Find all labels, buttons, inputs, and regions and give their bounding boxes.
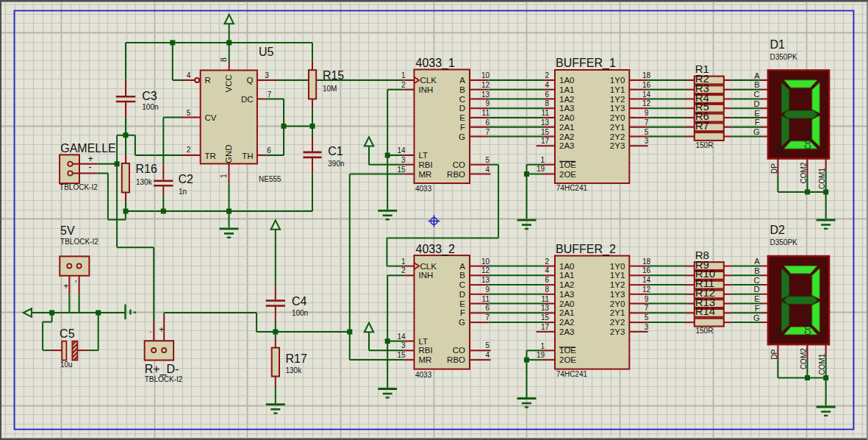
svg-text:11: 11	[542, 295, 550, 303]
svg-text:RBO: RBO	[447, 170, 465, 179]
svg-text:B: B	[459, 271, 465, 280]
svg-text:15: 15	[397, 351, 406, 359]
svg-text:7: 7	[645, 118, 649, 127]
svg-text:DP: DP	[770, 349, 778, 359]
svg-text:NE555: NE555	[259, 175, 281, 183]
svg-text:3: 3	[645, 137, 649, 145]
svg-text:C1: C1	[328, 145, 343, 157]
svg-text:BUFFER_1: BUFFER_1	[556, 57, 616, 70]
svg-text:9: 9	[645, 109, 649, 117]
svg-text:4033_1: 4033_1	[416, 57, 455, 70]
svg-text:16: 16	[642, 81, 651, 89]
svg-text:5: 5	[485, 341, 489, 349]
svg-text:RBI: RBI	[419, 160, 433, 169]
svg-text:13: 13	[481, 91, 490, 99]
svg-text:18: 18	[642, 71, 651, 79]
svg-text:10: 10	[481, 71, 490, 79]
svg-text:8: 8	[219, 57, 228, 62]
svg-text:INH: INH	[419, 271, 434, 280]
svg-text:3: 3	[401, 341, 406, 349]
svg-text:12: 12	[481, 266, 490, 274]
svg-text:G: G	[753, 127, 760, 136]
svg-text:4: 4	[485, 351, 489, 359]
svg-text:14: 14	[397, 146, 406, 155]
svg-text:RBI: RBI	[419, 346, 433, 355]
svg-text:COM2: COM2	[804, 128, 812, 149]
svg-text:2Y3: 2Y3	[610, 327, 625, 336]
svg-text:7: 7	[268, 91, 272, 99]
svg-text:R16: R16	[136, 163, 157, 175]
svg-text:5: 5	[187, 109, 191, 117]
svg-text:E: E	[459, 299, 465, 308]
svg-text:TBLOCK-I2: TBLOCK-I2	[60, 238, 98, 246]
svg-text:6: 6	[545, 91, 549, 99]
svg-text:2A1: 2A1	[559, 308, 574, 317]
svg-text:F: F	[460, 308, 465, 317]
svg-text:14: 14	[642, 91, 651, 99]
svg-text:150R: 150R	[696, 327, 714, 335]
svg-text:7: 7	[485, 128, 489, 136]
svg-text:2Y3: 2Y3	[610, 141, 625, 150]
svg-text:DP: DP	[770, 163, 778, 174]
svg-text:1A1: 1A1	[559, 85, 574, 94]
svg-text:D: D	[459, 104, 465, 113]
svg-text:1Y2: 1Y2	[610, 95, 625, 104]
svg-text:2: 2	[401, 266, 406, 274]
svg-text:A: A	[754, 71, 760, 80]
svg-text:F: F	[460, 123, 465, 132]
svg-text:G: G	[753, 313, 760, 322]
svg-text:9: 9	[485, 285, 489, 294]
svg-text:+: +	[159, 324, 164, 335]
svg-text:2: 2	[545, 71, 549, 79]
svg-text:4033_2: 4033_2	[416, 243, 455, 256]
svg-text:7: 7	[645, 304, 649, 312]
svg-text:TBLOCK-I2: TBLOCK-I2	[145, 375, 183, 383]
svg-text:3: 3	[645, 323, 649, 331]
svg-text:GND: GND	[224, 144, 233, 163]
svg-text:14: 14	[642, 276, 651, 284]
svg-text:12: 12	[642, 99, 651, 107]
svg-text:2A2: 2A2	[559, 318, 574, 327]
svg-text:CO: CO	[453, 160, 465, 169]
svg-text:C5: C5	[60, 327, 75, 340]
svg-text:LT: LT	[419, 151, 428, 160]
svg-text:TBLOCK-I2: TBLOCK-I2	[60, 183, 98, 191]
svg-text:2A1: 2A1	[559, 123, 574, 132]
svg-text:TH: TH	[242, 152, 253, 160]
svg-text:2OE: 2OE	[559, 355, 576, 364]
svg-text:D: D	[754, 285, 760, 294]
svg-text:11: 11	[542, 109, 550, 117]
svg-text:CLK: CLK	[420, 262, 437, 271]
svg-text:4: 4	[545, 81, 549, 89]
svg-text:R15: R15	[323, 69, 344, 82]
svg-text:4: 4	[485, 166, 489, 174]
svg-text:4033: 4033	[415, 371, 432, 379]
svg-text:1Y0: 1Y0	[610, 76, 625, 85]
svg-text:1Y3: 1Y3	[610, 290, 625, 299]
svg-text:RBO: RBO	[447, 355, 465, 364]
svg-text:3: 3	[265, 71, 269, 79]
svg-text:DP: DP	[775, 328, 783, 338]
svg-text:2OE: 2OE	[559, 170, 576, 179]
svg-text:4: 4	[545, 266, 549, 274]
svg-text:1A3: 1A3	[559, 104, 574, 113]
svg-text:1A0: 1A0	[559, 262, 574, 271]
svg-text:E: E	[754, 109, 759, 118]
svg-text:GAMELLE: GAMELLE	[60, 142, 116, 155]
svg-text:130k: 130k	[286, 366, 303, 375]
svg-text:D1: D1	[770, 38, 786, 51]
svg-text:COM1: COM1	[818, 168, 826, 189]
svg-text:MR: MR	[419, 355, 432, 364]
svg-text:VCC: VCC	[224, 74, 233, 92]
svg-text:1A3: 1A3	[559, 290, 574, 299]
svg-text:2Y2: 2Y2	[610, 318, 625, 327]
svg-text:D350PK: D350PK	[770, 53, 798, 61]
svg-text:100n: 100n	[142, 103, 158, 111]
svg-text:D2: D2	[770, 224, 786, 236]
svg-text:D350PK: D350PK	[770, 238, 798, 246]
svg-text:C: C	[754, 90, 760, 99]
svg-text:INH: INH	[419, 85, 434, 94]
svg-text:12: 12	[481, 81, 490, 89]
svg-text:CO: CO	[453, 346, 465, 355]
svg-text:19: 19	[537, 165, 545, 173]
